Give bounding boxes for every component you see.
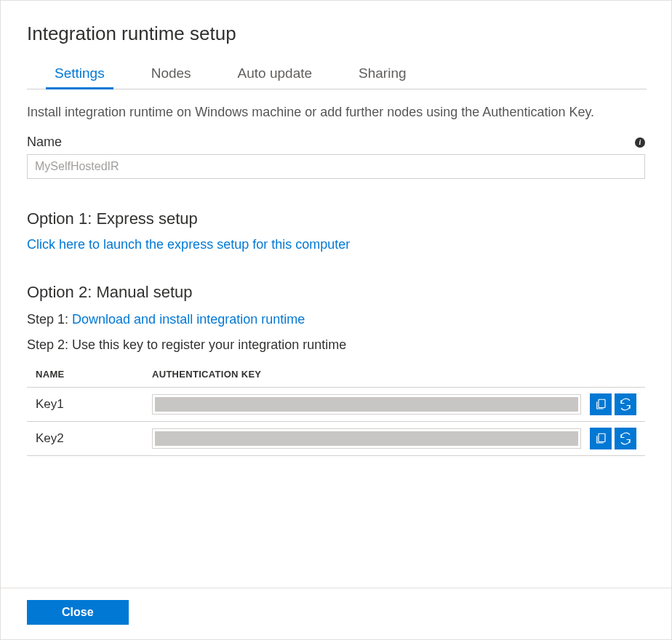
step1: Step 1: Download and install integration…	[27, 312, 645, 327]
refresh-key1-button[interactable]	[615, 393, 636, 415]
name-label: Name	[27, 135, 62, 150]
refresh-key2-button[interactable]	[615, 428, 636, 449]
page-title: Integration runtime setup	[27, 23, 645, 45]
key-field-wrap	[152, 428, 581, 449]
step2: Step 2: Use this key to register your in…	[27, 337, 645, 353]
copy-key2-button[interactable]	[590, 428, 612, 449]
keys-table-header: NAME AUTHENTICATION KEY	[27, 369, 645, 388]
copy-key1-button[interactable]	[590, 393, 612, 415]
svg-rect-1	[599, 433, 605, 441]
refresh-icon	[619, 398, 632, 411]
settings-description: Install integration runtime on Windows m…	[27, 103, 645, 121]
tabs: Settings Nodes Auto update Sharing	[27, 61, 647, 89]
tab-auto-update[interactable]: Auto update	[238, 61, 312, 89]
svg-rect-0	[599, 399, 605, 407]
download-link[interactable]: Download and install integration runtime	[72, 312, 305, 327]
step1-prefix: Step 1:	[27, 312, 72, 327]
option2-heading: Option 2: Manual setup	[27, 283, 645, 302]
tab-settings[interactable]: Settings	[55, 61, 105, 89]
close-button[interactable]: Close	[27, 600, 129, 625]
refresh-icon	[619, 432, 632, 445]
auth-key-masked	[155, 431, 578, 446]
col-header-auth: AUTHENTICATION KEY	[152, 369, 261, 380]
name-input	[27, 154, 645, 179]
auth-key-masked	[155, 397, 578, 412]
copy-icon	[594, 432, 607, 445]
copy-icon	[594, 398, 607, 411]
key-field-wrap	[152, 394, 581, 415]
key-name: Key1	[36, 397, 152, 412]
setup-panel: Integration runtime setup Settings Nodes…	[0, 0, 672, 640]
express-setup-link[interactable]: Click here to launch the express setup f…	[27, 237, 350, 252]
table-row: Key2	[27, 422, 645, 456]
name-label-row: Name i	[27, 135, 645, 150]
table-row: Key1	[27, 388, 645, 422]
col-header-name: NAME	[36, 369, 152, 380]
option1-heading: Option 1: Express setup	[27, 209, 645, 228]
tab-nodes[interactable]: Nodes	[151, 61, 191, 89]
info-icon[interactable]: i	[635, 137, 645, 148]
tab-sharing[interactable]: Sharing	[359, 61, 407, 89]
key-name: Key2	[36, 431, 152, 446]
panel-body: Integration runtime setup Settings Nodes…	[1, 1, 671, 588]
keys-table: NAME AUTHENTICATION KEY Key1	[27, 369, 645, 456]
panel-footer: Close	[1, 588, 671, 639]
